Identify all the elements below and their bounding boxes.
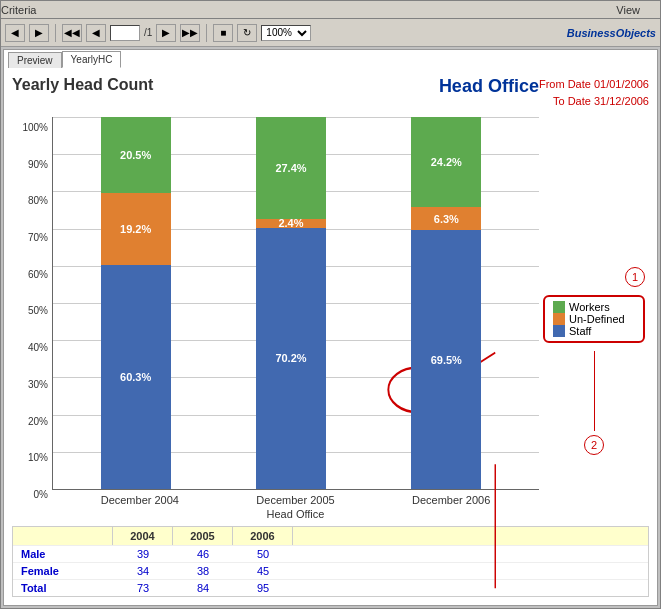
- table-row-male: Male 39 46 50: [13, 545, 648, 562]
- table-col-empty: [13, 527, 113, 545]
- legend-undefined-label: Un-Defined: [569, 313, 625, 325]
- row-male-label: Male: [13, 546, 113, 562]
- arrow-down-line: [594, 351, 595, 431]
- main-window: Criteria View ◀ ▶ ◀◀ ◀ 1 /1 ▶ ▶▶ ■ ↻ 100…: [0, 0, 661, 609]
- back-button[interactable]: ◀: [5, 24, 25, 42]
- bar-staff-2006: 69.5%: [411, 230, 481, 489]
- report-content: Yearly Head Count Head Office From Date …: [4, 68, 657, 605]
- toolbar: ◀ ▶ ◀◀ ◀ 1 /1 ▶ ▶▶ ■ ↻ 100% 75% 50% Busi…: [1, 19, 660, 47]
- report-dates: From Date 01/01/2006 To Date 31/12/2006: [539, 76, 649, 109]
- y-60: 60%: [28, 269, 48, 280]
- y-10: 10%: [28, 452, 48, 463]
- bar-group-2005: 70.2% 2.4% 27.4%: [256, 117, 336, 489]
- bar-staff-2005: 70.2%: [256, 228, 326, 489]
- tab-yearlyhc[interactable]: YearlyHC: [62, 51, 122, 68]
- prev-page-button[interactable]: ◀: [86, 24, 106, 42]
- row-male-2004: 39: [113, 546, 173, 562]
- last-page-button[interactable]: ▶▶: [180, 24, 200, 42]
- row-female-label: Female: [13, 563, 113, 579]
- report-subtitle: Head Office: [439, 76, 539, 97]
- y-70: 70%: [28, 232, 48, 243]
- annotation-2-container: 2: [543, 351, 645, 455]
- bar-undefined-2004: 19.2%: [101, 193, 171, 264]
- title-bar: Criteria View: [1, 1, 660, 19]
- legend-workers: Workers: [553, 301, 635, 313]
- row-total-2006: 95: [233, 580, 293, 596]
- view-label: View: [616, 4, 640, 16]
- row-total-label: Total: [13, 580, 113, 596]
- tab-preview[interactable]: Preview: [8, 52, 62, 68]
- x-labels: December 2004 December 2005 December 200…: [52, 490, 539, 506]
- report-area: Preview YearlyHC Yearly Head Count Head …: [3, 49, 658, 606]
- legend-workers-color: [553, 301, 565, 313]
- table-col-2004: 2004: [113, 527, 173, 545]
- bar-group-2006: 69.5% 6.3% 24.2%: [411, 117, 491, 489]
- row-total-2004: 73: [113, 580, 173, 596]
- annotation-1: 1: [625, 267, 645, 287]
- to-label: To Date: [553, 95, 591, 107]
- stop-button[interactable]: ■: [213, 24, 233, 42]
- table-row-female: Female 34 38 45: [13, 562, 648, 579]
- row-female-2005: 38: [173, 563, 233, 579]
- table-col-2005: 2005: [173, 527, 233, 545]
- row-female-2006: 45: [233, 563, 293, 579]
- chart-main: 60.3% 19.2% 20.5% 70.2% 2.4% 27.4%: [52, 117, 539, 520]
- table-header: 2004 2005 2006: [13, 527, 648, 545]
- from-label: From Date: [539, 78, 591, 90]
- y-20: 20%: [28, 416, 48, 427]
- legend-staff-color: [553, 325, 565, 337]
- report-tabs: Preview YearlyHC: [4, 50, 657, 68]
- bar-undefined-2005: 2.4%: [256, 219, 326, 228]
- xlabel-2004: December 2004: [100, 494, 180, 506]
- legend-area: 1 Workers Un-Defined: [539, 117, 649, 520]
- bar-staff-2004: 60.3%: [101, 265, 171, 489]
- legend-staff: Staff: [553, 325, 635, 337]
- criteria-label: Criteria: [1, 4, 36, 16]
- annotation-1-container: 1: [543, 267, 645, 287]
- y-40: 40%: [28, 342, 48, 353]
- table-col-2006: 2006: [233, 527, 293, 545]
- y-30: 30%: [28, 379, 48, 390]
- annotation-2: 2: [584, 435, 604, 455]
- y-100: 100%: [22, 122, 48, 133]
- bar-workers-2004: 20.5%: [101, 117, 171, 193]
- legend-undefined-color: [553, 313, 565, 325]
- page-total: /1: [144, 27, 152, 38]
- chart-footer-label: Head Office: [52, 508, 539, 520]
- refresh-button[interactable]: ↻: [237, 24, 257, 42]
- data-table: 2004 2005 2006 Male 39 46 50 Female 34 3…: [12, 526, 649, 597]
- report-title: Yearly Head Count: [12, 76, 431, 94]
- from-value: 01/01/2006: [594, 78, 649, 90]
- page-input[interactable]: 1: [110, 25, 140, 41]
- business-objects-logo: BusinessObjects: [567, 27, 656, 39]
- to-value: 31/12/2006: [594, 95, 649, 107]
- bar-workers-2006: 24.2%: [411, 117, 481, 207]
- legend-workers-label: Workers: [569, 301, 610, 313]
- toolbar-sep-2: [206, 24, 207, 42]
- legend-staff-label: Staff: [569, 325, 591, 337]
- chart-container: 100% 90% 80% 70% 60% 50% 40% 30% 20% 10%…: [12, 117, 649, 520]
- row-male-2006: 50: [233, 546, 293, 562]
- xlabel-2006: December 2006: [411, 494, 491, 506]
- next-page-button[interactable]: ▶: [156, 24, 176, 42]
- y-90: 90%: [28, 159, 48, 170]
- bar-group-2004: 60.3% 19.2% 20.5%: [101, 117, 181, 489]
- bars-container: 60.3% 19.2% 20.5% 70.2% 2.4% 27.4%: [53, 117, 539, 489]
- y-50: 50%: [28, 305, 48, 316]
- y-axis: 100% 90% 80% 70% 60% 50% 40% 30% 20% 10%…: [12, 117, 52, 520]
- bar-workers-2005: 27.4%: [256, 117, 326, 219]
- forward-button[interactable]: ▶: [29, 24, 49, 42]
- first-page-button[interactable]: ◀◀: [62, 24, 82, 42]
- row-male-2005: 46: [173, 546, 233, 562]
- legend-undefined: Un-Defined: [553, 313, 635, 325]
- xlabel-2005: December 2005: [255, 494, 335, 506]
- bar-undefined-2006: 6.3%: [411, 207, 481, 230]
- legend-box: Workers Un-Defined Staff: [543, 295, 645, 343]
- chart-plot: 60.3% 19.2% 20.5% 70.2% 2.4% 27.4%: [52, 117, 539, 490]
- zoom-select[interactable]: 100% 75% 50%: [261, 25, 311, 41]
- toolbar-sep-1: [55, 24, 56, 42]
- y-0: 0%: [34, 489, 48, 500]
- row-female-2004: 34: [113, 563, 173, 579]
- table-row-total: Total 73 84 95: [13, 579, 648, 596]
- row-total-2005: 84: [173, 580, 233, 596]
